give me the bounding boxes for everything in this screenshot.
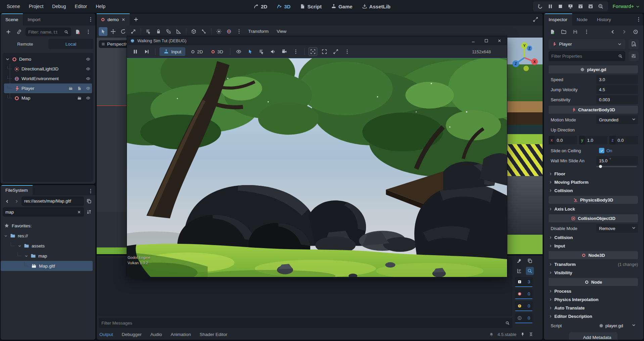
game-window-titlebar[interactable]: Walking Sim Tut (DEBUG): [127, 36, 507, 45]
tool-list-select-button[interactable]: [144, 27, 153, 36]
list-select-button[interactable]: [257, 47, 266, 56]
eye-button[interactable]: [85, 66, 91, 72]
switcher-game[interactable]: Game: [331, 4, 353, 9]
tool-sun-button[interactable]: [215, 27, 223, 36]
next-frame-button[interactable]: [142, 47, 151, 56]
tab-node[interactable]: Node: [572, 13, 592, 25]
chevD-icon[interactable]: [25, 254, 28, 258]
tab-scene[interactable]: Scene: [1, 13, 23, 25]
instance-scene-button[interactable]: [15, 27, 24, 36]
load-resource-button[interactable]: [559, 27, 568, 36]
close-icon[interactable]: [497, 39, 502, 43]
switcher-assetlib[interactable]: AssetLib: [362, 4, 390, 9]
tool-dots-button[interactable]: [235, 27, 243, 36]
property-dropdown[interactable]: Grounded: [596, 115, 638, 124]
frame-select-button[interactable]: [309, 47, 317, 56]
fs-item-favorites[interactable]: Favorites:: [1, 221, 95, 231]
section-characterbody3d[interactable]: CharacterBody3D: [549, 106, 638, 114]
mode-2d-button[interactable]: 2D: [188, 47, 205, 56]
inspected-node-dropdown[interactable]: Player: [549, 39, 625, 49]
property-value-field[interactable]: 15.0°: [596, 156, 638, 165]
copy-output-button[interactable]: [526, 257, 534, 265]
scene-node-worldenvironment[interactable]: WorldEnvironment: [3, 74, 93, 83]
tab-history[interactable]: History: [592, 13, 616, 25]
open-docs-button[interactable]: [629, 39, 639, 49]
tab-import[interactable]: Import: [23, 13, 45, 25]
group-editor-description[interactable]: Editor Description: [549, 312, 638, 321]
menu-transform[interactable]: Transform: [245, 29, 272, 34]
new-scene-tab-button[interactable]: [132, 15, 140, 24]
fs-path-field[interactable]: res://assets/map/Map.gltf: [21, 196, 84, 206]
section-player-gd[interactable]: player.gd: [549, 65, 638, 73]
fs-item-map-gltf[interactable]: Map.gltf: [1, 261, 93, 271]
fs-item-assets[interactable]: assets: [1, 241, 95, 251]
remote-debug-button[interactable]: [567, 3, 574, 10]
fs-forward-button[interactable]: [12, 197, 21, 206]
scene-node-directionallight3d[interactable]: DirectionalLight3D: [3, 64, 93, 74]
scene-filter-input[interactable]: Filter: name, t:t: [26, 27, 71, 36]
tool-globe-button[interactable]: [225, 27, 233, 36]
expand-panel-icon[interactable]: [529, 332, 533, 337]
camera-button[interactable]: [280, 47, 289, 56]
dots-icon[interactable]: [636, 17, 641, 22]
switcher-2d[interactable]: 2D: [254, 4, 267, 9]
tool-scale-button[interactable]: [129, 27, 138, 36]
scene-tree-menu-button[interactable]: [84, 27, 93, 36]
tool-select-button[interactable]: [99, 27, 107, 36]
pin-icon[interactable]: [520, 332, 525, 337]
scene-node-map[interactable]: Map: [3, 93, 93, 103]
tool-rotate-button[interactable]: [119, 27, 128, 36]
axis-y-field[interactable]: y1.0: [579, 136, 608, 145]
clapper-button[interactable]: [67, 85, 74, 92]
dots-button[interactable]: [291, 47, 300, 56]
fs-item-map[interactable]: map: [1, 251, 95, 261]
group-auto-translate[interactable]: Auto Translate: [549, 304, 638, 312]
slider-track[interactable]: [596, 166, 637, 167]
group-moving-platform[interactable]: Moving Platform: [549, 178, 638, 186]
checkbox-checked[interactable]: [599, 148, 604, 153]
section-collisionobject3d[interactable]: CollisionObject3D: [549, 214, 638, 222]
pause-button[interactable]: [131, 47, 140, 56]
menu-view[interactable]: View: [273, 29, 290, 34]
history-back-button[interactable]: [608, 27, 617, 36]
menu-debug[interactable]: Debug: [49, 2, 69, 10]
property-tools-button[interactable]: [629, 51, 639, 61]
script-field[interactable]: player.gd: [596, 321, 638, 330]
tool-lock-button[interactable]: [154, 27, 163, 36]
dots-icon[interactable]: [88, 17, 93, 22]
play-scene-button[interactable]: [577, 3, 584, 10]
close-icon[interactable]: [77, 210, 81, 214]
group-input[interactable]: Input: [549, 242, 638, 250]
play-custom-button[interactable]: [587, 3, 594, 10]
switcher-script[interactable]: Script: [300, 4, 322, 9]
eye-button[interactable]: [85, 95, 91, 102]
remote-tab[interactable]: Remote: [3, 39, 48, 49]
chevD-icon[interactable]: [18, 244, 21, 248]
tool-skeleton-button[interactable]: [199, 27, 208, 36]
group-collision[interactable]: Collision: [549, 186, 638, 195]
clapper-button[interactable]: [76, 95, 83, 102]
eye-button[interactable]: [85, 56, 91, 63]
eye-button[interactable]: [85, 75, 91, 82]
property-checkbox[interactable]: On: [596, 146, 638, 155]
local-tab[interactable]: Local: [48, 39, 93, 49]
property-value-field[interactable]: 3.0: [596, 75, 638, 84]
property-value-field[interactable]: 0.003: [596, 95, 638, 104]
game-viewport[interactable]: [127, 58, 507, 277]
new-resource-button[interactable]: [548, 27, 557, 36]
section-physicsbody3d[interactable]: PhysicsBody3D: [549, 196, 638, 204]
slider-grabber[interactable]: [599, 165, 602, 168]
group-axis-lock[interactable]: Axis Lock: [549, 205, 638, 213]
distraction-free-button[interactable]: [531, 15, 540, 24]
eye-button[interactable]: [85, 85, 91, 92]
expand-button[interactable]: [331, 47, 340, 56]
tool-move-button[interactable]: [109, 27, 118, 36]
menu-help[interactable]: Help: [92, 2, 109, 10]
axis-gizmo[interactable]: Y Z X Z: [511, 40, 538, 71]
axis-x-field[interactable]: x0.0: [549, 136, 577, 145]
add-metadata-button[interactable]: Add Metadata: [569, 332, 617, 340]
tab-output[interactable]: Output: [99, 332, 113, 337]
script-button[interactable]: [76, 85, 83, 92]
maximize-icon[interactable]: [484, 39, 489, 43]
section-node[interactable]: Node: [549, 278, 638, 286]
